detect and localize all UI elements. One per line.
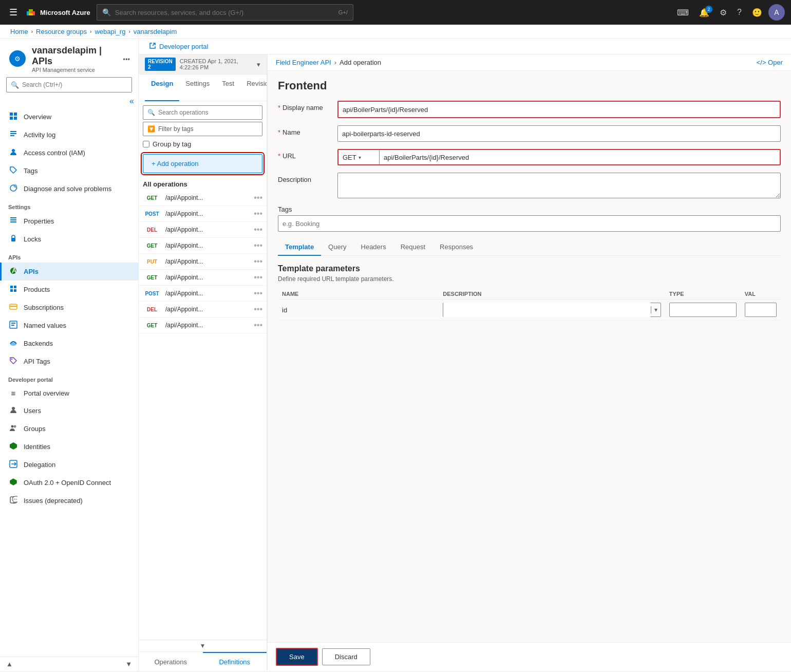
ops-more-3[interactable]: •••: [254, 241, 262, 250]
sidebar-item-locks[interactable]: Locks: [0, 230, 138, 248]
description-input[interactable]: [337, 173, 781, 198]
ops-more-8[interactable]: •••: [254, 321, 262, 330]
help-icon[interactable]: ?: [733, 5, 746, 20]
ops-scroll-down-icon[interactable]: ▼: [200, 642, 206, 649]
form-tab-headers[interactable]: Headers: [354, 239, 393, 256]
groups-icon: [8, 424, 18, 434]
sidebar-item-label-named-values: Named values: [24, 322, 66, 329]
tags-input[interactable]: [278, 215, 781, 232]
method-select[interactable]: GET ▾: [338, 150, 380, 164]
sidebar-item-products[interactable]: Products: [0, 281, 138, 298]
sidebar-search-bar[interactable]: 🔍: [6, 77, 132, 92]
form-tab-responses[interactable]: Responses: [432, 239, 480, 256]
ops-more-2[interactable]: •••: [254, 225, 262, 234]
sidebar-collapse-icon[interactable]: «: [129, 97, 134, 106]
sidebar-item-api-tags[interactable]: API Tags: [0, 352, 138, 370]
ops-item-0[interactable]: GET /api/Appoint... •••: [139, 190, 267, 206]
sidebar-item-tags[interactable]: Tags: [0, 162, 138, 180]
ops-search-input[interactable]: [158, 109, 258, 116]
dev-portal-link-text[interactable]: Developer portal: [159, 43, 208, 50]
sidebar-item-users[interactable]: Users: [0, 402, 138, 420]
url-path-input[interactable]: [380, 150, 780, 164]
ops-item-3[interactable]: GET /api/Appoint... •••: [139, 238, 267, 254]
code-editor-button[interactable]: </> Oper: [757, 59, 783, 66]
sidebar-item-apis[interactable]: API APIs: [0, 263, 138, 281]
api-breadcrumb-link[interactable]: Field Engineer API: [276, 59, 331, 66]
sidebar-item-delegation[interactable]: Delegation: [0, 456, 138, 474]
tab-design[interactable]: Design: [145, 74, 179, 101]
diagnose-icon: 🔧: [8, 184, 18, 194]
tab-revisions[interactable]: Revisions: [240, 74, 267, 101]
developer-portal-bar[interactable]: Developer portal: [139, 39, 791, 54]
ops-filter[interactable]: 🔽 Filter by tags: [143, 122, 262, 136]
terminal-icon[interactable]: ⌨: [673, 5, 693, 21]
add-operation-button[interactable]: + Add operation: [143, 154, 262, 173]
sidebar-item-groups[interactable]: Groups: [0, 420, 138, 438]
ops-search-input-wrap[interactable]: 🔍: [143, 105, 262, 120]
display-name-input-wrap: [337, 101, 781, 118]
all-operations-label: All operations: [139, 177, 267, 190]
sidebar-item-access-control[interactable]: Access control (IAM): [0, 144, 138, 162]
breadcrumb-vanarsdelapim[interactable]: vanarsdelapim: [134, 28, 177, 35]
form-tab-request[interactable]: Request: [393, 239, 432, 256]
form-tab-template[interactable]: Template: [278, 239, 321, 256]
save-button[interactable]: Save: [276, 648, 318, 666]
svg-rect-8: [10, 117, 13, 120]
sidebar-item-label-diagnose: Diagnose and solve problems: [24, 185, 111, 193]
discard-button[interactable]: Discard: [322, 648, 370, 665]
settings-icon[interactable]: ⚙: [715, 5, 731, 21]
breadcrumb-home[interactable]: Home: [10, 28, 28, 35]
global-search-bar[interactable]: 🔍 G+/: [97, 4, 353, 21]
notifications-icon[interactable]: 🔔 2: [695, 5, 713, 21]
display-name-input[interactable]: [338, 102, 780, 117]
tab-test[interactable]: Test: [216, 74, 240, 101]
ops-more-5[interactable]: •••: [254, 273, 262, 282]
sidebar-item-oauth[interactable]: OAuth 2.0 + OpenID Connect: [0, 474, 138, 492]
ops-more-7[interactable]: •••: [254, 305, 262, 314]
revision-chevron-icon[interactable]: ▾: [257, 61, 260, 68]
user-avatar[interactable]: A: [768, 4, 785, 21]
sidebar-item-identities[interactable]: Identities: [0, 438, 138, 456]
group-by-tag-checkbox[interactable]: [143, 141, 149, 147]
sidebar-item-subscriptions[interactable]: Subscriptions: [0, 298, 138, 316]
param-val-input-id[interactable]: [745, 303, 777, 317]
param-desc-input-id[interactable]: [443, 303, 651, 317]
sidebar-item-named-values[interactable]: Named values: [0, 316, 138, 334]
feedback-icon[interactable]: 🙂: [748, 5, 766, 21]
sidebar-item-activity-log[interactable]: Activity log: [0, 126, 138, 144]
breadcrumb-resource-groups[interactable]: Resource groups: [36, 28, 87, 35]
ops-more-0[interactable]: •••: [254, 193, 262, 202]
sidebar-item-diagnose[interactable]: 🔧 Diagnose and solve problems: [0, 180, 138, 198]
ops-more-1[interactable]: •••: [254, 209, 262, 218]
param-desc-chevron-icon[interactable]: ▾: [651, 306, 661, 313]
right-content: Frontend * Display name: [268, 71, 791, 642]
sidebar-scroll-down-icon[interactable]: ▼: [125, 660, 132, 668]
hamburger-menu-icon[interactable]: ☰: [6, 5, 21, 20]
ops-item-7[interactable]: DEL /api/Appoint... •••: [139, 302, 267, 318]
ops-bottom-tab-definitions[interactable]: Definitions: [203, 652, 267, 671]
ops-item-5[interactable]: GET /api/Appoint... •••: [139, 270, 267, 286]
sidebar-more-icon[interactable]: •••: [123, 55, 130, 63]
param-type-input-id[interactable]: [669, 303, 737, 317]
ops-bottom-tab-operations[interactable]: Operations: [139, 652, 203, 671]
ops-item-4[interactable]: PUT /api/Appoint... •••: [139, 254, 267, 270]
ops-item-8[interactable]: GET /api/Appoint... •••: [139, 318, 267, 333]
sidebar-search-input[interactable]: [22, 81, 127, 88]
global-search-input[interactable]: [115, 9, 334, 16]
sidebar-item-portal-overview[interactable]: ≡ Portal overview: [0, 385, 138, 402]
breadcrumb-webapi-rg[interactable]: webapi_rg: [95, 28, 125, 35]
name-input[interactable]: [337, 125, 781, 142]
ops-more-4[interactable]: •••: [254, 257, 262, 266]
sidebar-scroll-up-icon[interactable]: ▲: [6, 660, 13, 668]
tab-settings[interactable]: Settings: [179, 74, 216, 101]
ops-item-2[interactable]: DEL /api/Appoint... •••: [139, 222, 267, 238]
ops-item-1[interactable]: POST /api/Appoint... •••: [139, 206, 267, 222]
form-tab-query[interactable]: Query: [321, 239, 353, 256]
sidebar-item-issues[interactable]: 💬 Issues (deprecated): [0, 492, 138, 510]
svg-rect-10: [10, 131, 16, 132]
sidebar-item-backends[interactable]: Backends: [0, 334, 138, 352]
ops-item-6[interactable]: POST /api/Appoint... •••: [139, 286, 267, 302]
ops-more-6[interactable]: •••: [254, 289, 262, 298]
sidebar-item-properties[interactable]: Properties: [0, 212, 138, 230]
sidebar-item-overview[interactable]: Overview: [0, 108, 138, 126]
